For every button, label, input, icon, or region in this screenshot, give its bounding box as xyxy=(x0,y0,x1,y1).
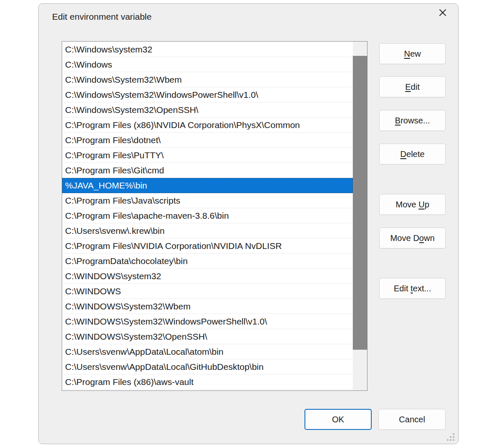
cancel-button[interactable]: Cancel xyxy=(378,409,446,430)
list-item[interactable]: C:\Users\svenw\AppData\Local\GitHubDeskt… xyxy=(62,359,353,374)
button-accel: B xyxy=(395,116,400,125)
button-accel: U xyxy=(418,200,424,209)
scrollbar-thumb[interactable] xyxy=(353,56,367,350)
button-accel: E xyxy=(405,82,411,92)
list-item[interactable]: C:\WINDOWS xyxy=(62,284,353,299)
path-list-rows: C:\Windows\system32C:\WindowsC:\Windows\… xyxy=(62,42,353,390)
edit-environment-variable-dialog: Edit environment variable C:\Windows\sys… xyxy=(38,3,459,444)
button-label: Edit xyxy=(394,284,411,293)
list-item[interactable]: C:\Program Files\dotnet\ xyxy=(62,133,353,148)
scrollbar-track[interactable] xyxy=(353,42,367,390)
button-label: dit xyxy=(411,82,420,92)
list-item[interactable]: C:\Windows\System32\Wbem xyxy=(62,72,353,87)
list-item[interactable]: C:\Program Files\NVIDIA Corporation\NVID… xyxy=(62,238,353,254)
move-down-button[interactable]: Move Down xyxy=(379,228,446,249)
list-item[interactable]: %JAVA_HOME%\bin xyxy=(62,178,353,193)
dialog-title: Edit environment variable xyxy=(52,12,152,22)
button-label: Move xyxy=(396,200,418,209)
list-item[interactable]: C:\Program Files (x86)\aws-vault xyxy=(62,374,353,390)
edit-button[interactable]: Edit xyxy=(379,76,446,97)
list-item[interactable]: C:\Program Files\apache-maven-3.8.6\bin xyxy=(62,208,353,223)
list-item[interactable]: C:\Program Files (x86)\NVIDIA Corporatio… xyxy=(62,118,353,133)
button-accel: D xyxy=(400,149,406,159)
list-item[interactable]: C:\Windows\System32\OpenSSH\ xyxy=(62,102,353,118)
list-item[interactable]: C:\Program Files\PuTTY\ xyxy=(62,148,353,163)
list-item[interactable]: C:\Windows\System32\WindowsPowerShell\v1… xyxy=(62,87,353,102)
list-item[interactable]: C:\Users\svenw\.krew\bin xyxy=(62,223,353,238)
resize-grip-icon[interactable] xyxy=(447,433,454,441)
button-accel: N xyxy=(404,49,410,58)
list-item[interactable]: C:\WINDOWS\System32\OpenSSH\ xyxy=(62,329,353,344)
list-item[interactable]: C:\Users\svenw\AppData\Local\atom\bin xyxy=(62,344,353,359)
browse-button[interactable]: Browse... xyxy=(379,110,446,131)
list-item[interactable]: C:\WINDOWS\System32\Wbem xyxy=(62,299,353,314)
button-label: elete xyxy=(407,149,425,159)
close-button[interactable] xyxy=(435,5,450,21)
delete-button[interactable]: Delete xyxy=(379,144,446,165)
list-item[interactable]: C:\Program Files\Java\scripts xyxy=(62,193,353,208)
button-label: p xyxy=(425,200,429,209)
move-up-button[interactable]: Move Up xyxy=(379,194,446,215)
new-button[interactable]: New xyxy=(379,43,446,64)
button-label: ext... xyxy=(413,284,431,293)
list-item[interactable]: C:\Windows xyxy=(62,57,353,72)
button-label: ew xyxy=(410,49,421,58)
list-item[interactable]: C:\Program Files\Git\cmd xyxy=(62,163,353,178)
list-item[interactable]: C:\WINDOWS\system32 xyxy=(62,269,353,284)
button-accel: o xyxy=(419,233,424,243)
list-item[interactable]: C:\WINDOWS\System32\WindowsPowerShell\v1… xyxy=(62,314,353,329)
button-label: wn xyxy=(424,233,435,243)
close-icon xyxy=(438,8,447,18)
button-label: Move D xyxy=(390,233,419,243)
edit-text-button[interactable]: Edit text... xyxy=(379,278,446,299)
list-item[interactable]: C:\ProgramData\chocolatey\bin xyxy=(62,254,353,269)
path-list: C:\Windows\system32C:\WindowsC:\Windows\… xyxy=(62,41,368,391)
list-item[interactable]: C:\Windows\system32 xyxy=(62,42,353,57)
ok-button[interactable]: OK xyxy=(304,409,372,430)
button-label: rowse... xyxy=(401,116,430,125)
